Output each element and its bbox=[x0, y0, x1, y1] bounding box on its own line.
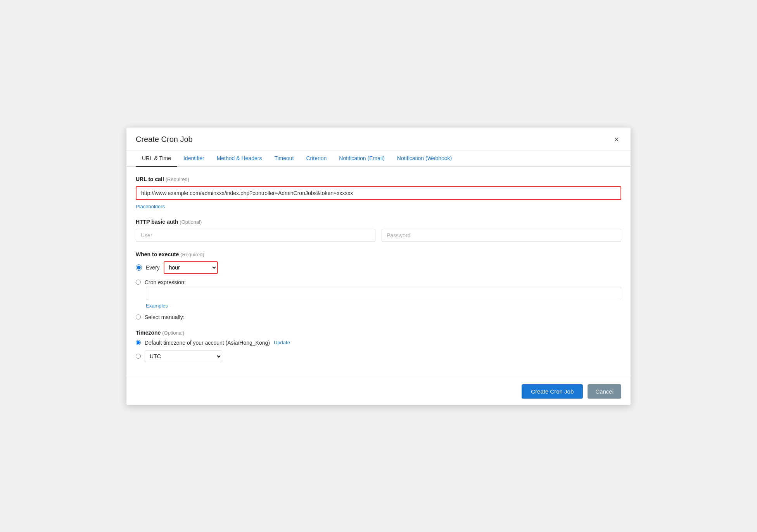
every-radio[interactable] bbox=[136, 264, 142, 271]
default-timezone-label: Default timezone of your account (Asia/H… bbox=[145, 340, 270, 346]
create-cron-job-dialog: Create Cron Job × URL & Time Identifier … bbox=[126, 128, 631, 405]
examples-link[interactable]: Examples bbox=[146, 303, 168, 309]
user-input[interactable] bbox=[136, 229, 375, 242]
url-required-text: (Required) bbox=[166, 176, 189, 182]
url-section: URL to call (Required) Placeholders bbox=[136, 176, 621, 209]
manual-radio[interactable] bbox=[136, 314, 141, 320]
default-timezone-radio[interactable] bbox=[136, 340, 141, 345]
placeholders-link[interactable]: Placeholders bbox=[136, 204, 165, 209]
every-select[interactable]: minute hour day week month bbox=[164, 261, 218, 274]
url-input[interactable] bbox=[136, 186, 621, 200]
dialog-body: URL to call (Required) Placeholders HTTP… bbox=[126, 167, 631, 378]
update-timezone-link[interactable]: Update bbox=[274, 340, 290, 345]
utc-select[interactable]: UTC UTC+1 UTC+2 UTC+3 bbox=[145, 351, 222, 362]
tabs-bar: URL & Time Identifier Method & Headers T… bbox=[126, 150, 631, 167]
tab-notification-webhook[interactable]: Notification (Webhook) bbox=[391, 150, 458, 167]
timezone-section: Timezone (Optional) Default timezone of … bbox=[136, 330, 621, 362]
execute-options: Every minute hour day week month Cron ex… bbox=[136, 261, 621, 320]
timezone-optional-text: (Optional) bbox=[162, 330, 184, 336]
url-label: URL to call (Required) bbox=[136, 176, 621, 182]
tab-identifier[interactable]: Identifier bbox=[177, 150, 211, 167]
manual-label: Select manually: bbox=[145, 314, 185, 320]
create-cron-job-button[interactable]: Create Cron Job bbox=[522, 384, 583, 399]
cron-section: Cron expression: Examples bbox=[136, 279, 621, 309]
cron-input-container: Examples bbox=[146, 287, 621, 309]
auth-optional-text: (Optional) bbox=[180, 219, 202, 225]
dialog-header: Create Cron Job × bbox=[126, 128, 631, 150]
examples-row: Examples bbox=[146, 302, 621, 309]
tab-method-headers[interactable]: Method & Headers bbox=[211, 150, 268, 167]
cancel-button[interactable]: Cancel bbox=[588, 384, 621, 399]
tab-timeout[interactable]: Timeout bbox=[268, 150, 300, 167]
manually-row: Select manually: bbox=[136, 314, 621, 320]
every-label: Every bbox=[146, 264, 160, 271]
auth-inputs-row bbox=[136, 229, 621, 242]
every-row: Every minute hour day week month bbox=[136, 261, 621, 274]
timezone-label: Timezone (Optional) bbox=[136, 330, 621, 336]
close-button[interactable]: × bbox=[612, 135, 621, 145]
utc-timezone-radio[interactable] bbox=[136, 354, 141, 359]
execute-label: When to execute (Required) bbox=[136, 251, 621, 257]
cron-row: Cron expression: bbox=[136, 279, 621, 285]
dialog-title: Create Cron Job bbox=[136, 135, 193, 144]
utc-timezone-row: UTC UTC+1 UTC+2 UTC+3 bbox=[136, 351, 621, 362]
cron-radio[interactable] bbox=[136, 280, 141, 285]
execute-required-text: (Required) bbox=[180, 252, 204, 257]
auth-section: HTTP basic auth (Optional) bbox=[136, 219, 621, 242]
cron-label: Cron expression: bbox=[145, 279, 186, 285]
execute-section: When to execute (Required) Every minute … bbox=[136, 251, 621, 320]
tab-criterion[interactable]: Criterion bbox=[300, 150, 333, 167]
tab-url-time[interactable]: URL & Time bbox=[136, 150, 177, 167]
tab-notification-email[interactable]: Notification (Email) bbox=[333, 150, 391, 167]
default-timezone-row: Default timezone of your account (Asia/H… bbox=[136, 340, 621, 346]
dialog-footer: Create Cron Job Cancel bbox=[126, 378, 631, 405]
password-input[interactable] bbox=[382, 229, 621, 242]
cron-input[interactable] bbox=[146, 287, 621, 300]
auth-label: HTTP basic auth (Optional) bbox=[136, 219, 621, 225]
